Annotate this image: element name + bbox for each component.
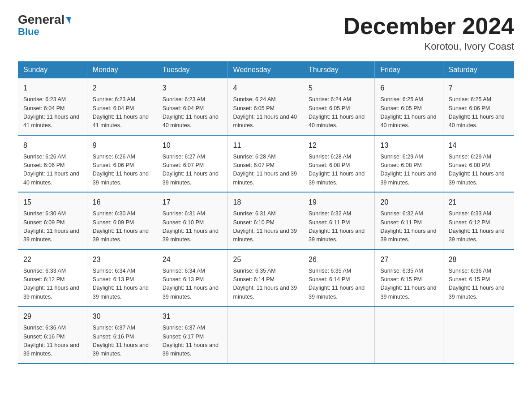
calendar-cell: 3Sunrise: 6:23 AMSunset: 6:04 PMDaylight… [157, 78, 227, 135]
calendar-cell: 7Sunrise: 6:25 AMSunset: 6:06 PMDaylight… [443, 78, 514, 135]
day-info: Sunrise: 6:23 AMSunset: 6:04 PMDaylight:… [163, 95, 222, 130]
day-info: Sunrise: 6:33 AMSunset: 6:12 PMDaylight:… [449, 210, 509, 244]
day-info: Sunrise: 6:30 AMSunset: 6:09 PMDaylight:… [93, 210, 151, 244]
calendar-week-row: 15Sunrise: 6:30 AMSunset: 6:09 PMDayligh… [18, 192, 514, 249]
day-info: Sunrise: 6:37 AMSunset: 6:16 PMDaylight:… [93, 324, 151, 359]
calendar-cell: 6Sunrise: 6:25 AMSunset: 6:05 PMDaylight… [375, 78, 443, 135]
day-info: Sunrise: 6:25 AMSunset: 6:05 PMDaylight:… [380, 95, 437, 130]
day-number: 12 [309, 140, 369, 151]
logo: General Blue [18, 13, 70, 38]
day-info: Sunrise: 6:30 AMSunset: 6:09 PMDaylight:… [23, 210, 82, 244]
day-info: Sunrise: 6:34 AMSunset: 6:13 PMDaylight:… [93, 267, 151, 302]
day-number: 11 [233, 140, 297, 151]
col-saturday: Saturday [443, 61, 514, 78]
calendar-cell: 12Sunrise: 6:28 AMSunset: 6:08 PMDayligh… [303, 135, 375, 193]
day-number: 7 [449, 83, 509, 94]
calendar-week-row: 29Sunrise: 6:36 AMSunset: 6:16 PMDayligh… [18, 306, 514, 364]
day-info: Sunrise: 6:33 AMSunset: 6:12 PMDaylight:… [23, 267, 82, 302]
calendar-cell [303, 306, 375, 364]
day-number: 17 [163, 197, 222, 208]
calendar-cell: 22Sunrise: 6:33 AMSunset: 6:12 PMDayligh… [18, 249, 87, 307]
calendar-cell: 16Sunrise: 6:30 AMSunset: 6:09 PMDayligh… [87, 192, 157, 249]
calendar-header-row: Sunday Monday Tuesday Wednesday Thursday… [18, 61, 514, 78]
day-number: 10 [163, 140, 222, 151]
day-number: 5 [309, 83, 369, 94]
calendar-cell: 21Sunrise: 6:33 AMSunset: 6:12 PMDayligh… [443, 192, 514, 249]
calendar-cell: 20Sunrise: 6:32 AMSunset: 6:11 PMDayligh… [375, 192, 443, 249]
day-number: 6 [380, 83, 437, 94]
day-number: 9 [93, 140, 151, 151]
calendar-cell: 14Sunrise: 6:29 AMSunset: 6:08 PMDayligh… [443, 135, 514, 193]
calendar-cell: 25Sunrise: 6:35 AMSunset: 6:14 PMDayligh… [227, 249, 303, 307]
day-info: Sunrise: 6:31 AMSunset: 6:10 PMDaylight:… [163, 210, 222, 244]
day-info: Sunrise: 6:26 AMSunset: 6:06 PMDaylight:… [23, 153, 82, 188]
day-info: Sunrise: 6:29 AMSunset: 6:08 PMDaylight:… [449, 153, 509, 188]
day-info: Sunrise: 6:23 AMSunset: 6:04 PMDaylight:… [93, 95, 151, 130]
day-number: 20 [380, 197, 437, 208]
subtitle: Korotou, Ivory Coast [343, 41, 514, 52]
day-number: 24 [163, 254, 222, 265]
day-info: Sunrise: 6:24 AMSunset: 6:05 PMDaylight:… [233, 95, 297, 130]
title-section: December 2024 Korotou, Ivory Coast [343, 13, 514, 52]
calendar-cell: 1Sunrise: 6:23 AMSunset: 6:04 PMDaylight… [18, 78, 87, 135]
col-sunday: Sunday [18, 61, 87, 78]
day-number: 19 [309, 197, 369, 208]
day-number: 28 [449, 254, 509, 265]
day-info: Sunrise: 6:32 AMSunset: 6:11 PMDaylight:… [380, 210, 437, 244]
calendar-week-row: 8Sunrise: 6:26 AMSunset: 6:06 PMDaylight… [18, 135, 514, 193]
day-info: Sunrise: 6:32 AMSunset: 6:11 PMDaylight:… [309, 210, 369, 244]
day-number: 31 [163, 311, 222, 322]
col-friday: Friday [375, 61, 443, 78]
calendar-cell: 23Sunrise: 6:34 AMSunset: 6:13 PMDayligh… [87, 249, 157, 307]
col-monday: Monday [87, 61, 157, 78]
day-info: Sunrise: 6:23 AMSunset: 6:04 PMDaylight:… [23, 95, 82, 130]
col-tuesday: Tuesday [157, 61, 227, 78]
calendar-cell: 10Sunrise: 6:27 AMSunset: 6:07 PMDayligh… [157, 135, 227, 193]
day-number: 21 [449, 197, 509, 208]
calendar-cell [375, 306, 443, 364]
logo-text-blue: Blue [18, 26, 39, 37]
day-number: 14 [449, 140, 509, 151]
col-wednesday: Wednesday [227, 61, 303, 78]
calendar-cell: 19Sunrise: 6:32 AMSunset: 6:11 PMDayligh… [303, 192, 375, 249]
calendar-cell: 31Sunrise: 6:37 AMSunset: 6:17 PMDayligh… [157, 306, 227, 364]
calendar-cell: 9Sunrise: 6:26 AMSunset: 6:06 PMDaylight… [87, 135, 157, 193]
calendar-cell: 26Sunrise: 6:35 AMSunset: 6:14 PMDayligh… [303, 249, 375, 307]
day-info: Sunrise: 6:27 AMSunset: 6:07 PMDaylight:… [163, 153, 222, 188]
day-info: Sunrise: 6:36 AMSunset: 6:16 PMDaylight:… [23, 324, 82, 359]
calendar-cell: 28Sunrise: 6:36 AMSunset: 6:15 PMDayligh… [443, 249, 514, 307]
logo-text-general: General [18, 13, 70, 26]
day-number: 22 [23, 254, 82, 265]
calendar-cell: 27Sunrise: 6:35 AMSunset: 6:15 PMDayligh… [375, 249, 443, 307]
day-number: 2 [93, 83, 151, 94]
day-number: 25 [233, 254, 297, 265]
day-info: Sunrise: 6:28 AMSunset: 6:07 PMDaylight:… [233, 153, 297, 188]
day-info: Sunrise: 6:34 AMSunset: 6:13 PMDaylight:… [163, 267, 222, 302]
day-info: Sunrise: 6:35 AMSunset: 6:15 PMDaylight:… [380, 267, 437, 302]
day-number: 29 [23, 311, 82, 322]
day-number: 18 [233, 197, 297, 208]
calendar-cell: 2Sunrise: 6:23 AMSunset: 6:04 PMDaylight… [87, 78, 157, 135]
day-info: Sunrise: 6:37 AMSunset: 6:17 PMDaylight:… [163, 324, 222, 359]
day-info: Sunrise: 6:25 AMSunset: 6:06 PMDaylight:… [449, 95, 509, 130]
calendar-cell: 15Sunrise: 6:30 AMSunset: 6:09 PMDayligh… [18, 192, 87, 249]
calendar-cell [227, 306, 303, 364]
calendar-cell [443, 306, 514, 364]
day-number: 8 [23, 140, 82, 151]
day-number: 13 [380, 140, 437, 151]
main-title: December 2024 [343, 13, 514, 39]
day-number: 1 [23, 83, 82, 94]
calendar-cell: 4Sunrise: 6:24 AMSunset: 6:05 PMDaylight… [227, 78, 303, 135]
calendar-cell: 30Sunrise: 6:37 AMSunset: 6:16 PMDayligh… [87, 306, 157, 364]
calendar-cell: 17Sunrise: 6:31 AMSunset: 6:10 PMDayligh… [157, 192, 227, 249]
calendar-cell: 29Sunrise: 6:36 AMSunset: 6:16 PMDayligh… [18, 306, 87, 364]
calendar-cell: 8Sunrise: 6:26 AMSunset: 6:06 PMDaylight… [18, 135, 87, 193]
day-info: Sunrise: 6:24 AMSunset: 6:05 PMDaylight:… [309, 95, 369, 130]
day-number: 30 [93, 311, 151, 322]
day-number: 23 [93, 254, 151, 265]
col-thursday: Thursday [303, 61, 375, 78]
day-number: 16 [93, 197, 151, 208]
calendar-cell: 18Sunrise: 6:31 AMSunset: 6:10 PMDayligh… [227, 192, 303, 249]
calendar-cell: 5Sunrise: 6:24 AMSunset: 6:05 PMDaylight… [303, 78, 375, 135]
calendar-week-row: 1Sunrise: 6:23 AMSunset: 6:04 PMDaylight… [18, 78, 514, 135]
